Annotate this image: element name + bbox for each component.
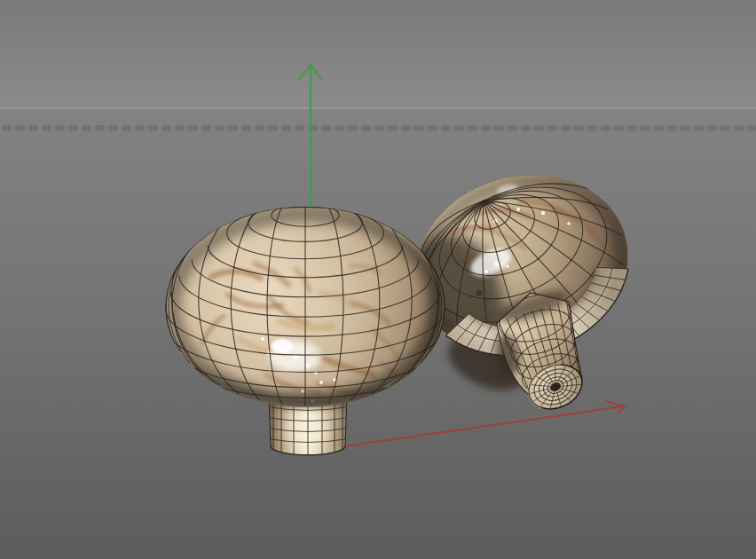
horizon-line [0,107,756,109]
cap-texture-dot [476,290,483,296]
grid-dashes-near [2,479,756,485]
3d-viewport-window [0,0,756,559]
viewport-canvas[interactable] [0,0,756,559]
grid-dashes-far [2,125,756,131]
